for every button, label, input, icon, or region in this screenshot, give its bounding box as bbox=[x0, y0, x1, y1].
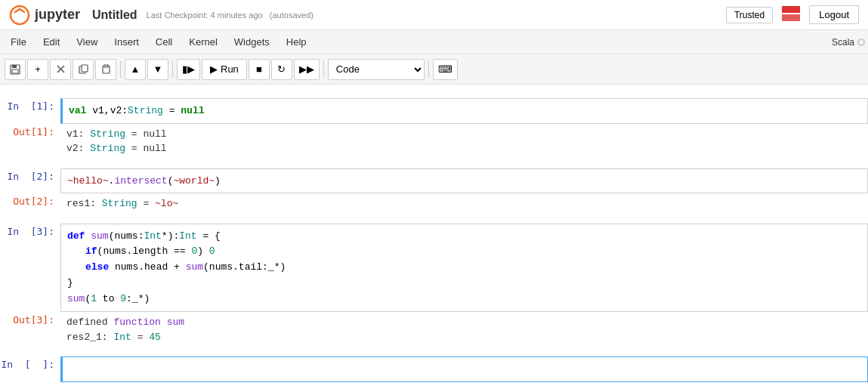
move-down-button[interactable]: ▼ bbox=[147, 59, 168, 80]
checkpoint-label: Last Checkpoint: bbox=[147, 11, 209, 20]
cell-2-out-label: Out[2]: bbox=[0, 193, 60, 207]
svg-rect-1 bbox=[782, 6, 800, 13]
cell-3-out-label: Out[3]: bbox=[0, 312, 60, 326]
separator3 bbox=[323, 61, 324, 78]
svg-rect-2 bbox=[782, 14, 800, 21]
var-v1: v1 bbox=[92, 105, 104, 116]
svg-rect-4 bbox=[12, 65, 17, 68]
fast-back-button[interactable]: ▮▶ bbox=[177, 59, 200, 80]
menubar: File Edit View Insert Cell Kernel Widget… bbox=[0, 30, 868, 54]
restart-run-button[interactable]: ▶▶ bbox=[294, 59, 320, 80]
cell-2-input-row: In [2]: ~hello~.intersect(~world~) bbox=[0, 168, 868, 194]
save-button[interactable] bbox=[5, 59, 26, 80]
fast-back-icon: ▮▶ bbox=[182, 63, 195, 75]
string-world: ~world~ bbox=[173, 175, 215, 187]
menu-cell[interactable]: Cell bbox=[148, 33, 180, 51]
jupyter-text: jupyter bbox=[35, 7, 80, 23]
cell-1-input-row: In [1]: val v1,v2:String = null bbox=[0, 98, 868, 124]
cell-3-line-1: def sum(nums:Int*):Int = { bbox=[67, 229, 861, 245]
scala-logo-icon bbox=[779, 3, 803, 27]
cell-2-in-label: In [2]: bbox=[0, 168, 60, 182]
keyboard-icon: ⌨ bbox=[438, 63, 453, 75]
cell-3-line-4: } bbox=[67, 276, 861, 292]
keyboard-shortcut-button[interactable]: ⌨ bbox=[433, 59, 458, 80]
cell-2-input[interactable]: ~hello~.intersect(~world~) bbox=[60, 168, 868, 194]
restart-icon: ↻ bbox=[277, 63, 286, 75]
menu-kernel[interactable]: Kernel bbox=[181, 33, 225, 51]
restart-button[interactable]: ↻ bbox=[271, 59, 292, 80]
cell-1: In [1]: val v1,v2:String = null Out[1]: … bbox=[0, 95, 868, 162]
svg-rect-9 bbox=[82, 65, 88, 72]
string-hello: ~hello~ bbox=[67, 175, 109, 187]
cell-2: In [2]: ~hello~.intersect(~world~) Out[2… bbox=[0, 165, 868, 218]
move-down-icon: ▼ bbox=[153, 63, 163, 75]
move-up-button[interactable]: ▲ bbox=[125, 59, 146, 80]
kw-val-1: val bbox=[69, 105, 86, 116]
run-label: Run bbox=[221, 63, 239, 75]
cell-4-in-label: In [ ]: bbox=[0, 357, 60, 370]
kernel-name: Scala bbox=[832, 37, 854, 48]
add-cell-button[interactable]: + bbox=[27, 59, 48, 80]
var-v2: v2 bbox=[110, 105, 122, 116]
paste-cell-button[interactable] bbox=[95, 59, 116, 80]
menu-widgets[interactable]: Widgets bbox=[227, 33, 277, 51]
save-icon bbox=[10, 64, 20, 75]
cell-3-out-line-1: defined function sum bbox=[66, 315, 862, 330]
cell-3-line-2: if(nums.length == 0) 0 bbox=[67, 244, 861, 260]
svg-rect-11 bbox=[104, 65, 108, 67]
run-button[interactable]: ▶ Run bbox=[202, 59, 247, 80]
cell-3-out-line-2: res2_1: Int = 45 bbox=[66, 330, 862, 345]
menu-view[interactable]: View bbox=[69, 33, 105, 51]
notebook-content: In [1]: val v1,v2:String = null Out[1]: … bbox=[0, 85, 868, 392]
cell-3-in-label: In [3]: bbox=[0, 224, 60, 237]
run-icon: ▶ bbox=[210, 63, 218, 75]
header: jupyter Untitled Last Checkpoint: 4 minu… bbox=[0, 0, 868, 30]
header-right: Trusted Logout bbox=[726, 3, 859, 27]
menu-file[interactable]: File bbox=[3, 33, 34, 51]
copy-cell-button[interactable] bbox=[73, 59, 94, 80]
separator2 bbox=[172, 61, 173, 78]
cell-1-out-line-1: v1: String = null bbox=[66, 127, 862, 142]
cell-1-output-row: Out[1]: v1: String = null v2: String = n… bbox=[0, 124, 868, 159]
kernel-status-circle bbox=[857, 39, 865, 46]
separator4 bbox=[428, 61, 429, 78]
move-up-icon: ▲ bbox=[131, 63, 141, 75]
trusted-button[interactable]: Trusted bbox=[726, 7, 773, 23]
autosaved-text: (autosaved) bbox=[270, 11, 314, 20]
cell-1-out-label: Out[1]: bbox=[0, 124, 60, 137]
menu-edit[interactable]: Edit bbox=[36, 33, 67, 51]
cell-1-input[interactable]: val v1,v2:String = null bbox=[60, 98, 868, 124]
cell-3-line-3: else nums.head + sum(nums.tail:_*) bbox=[67, 260, 861, 276]
cell-1-in-label: In [1]: bbox=[0, 98, 60, 112]
cell-1-output: v1: String = null v2: String = null bbox=[60, 124, 868, 159]
notebook-title[interactable]: Untitled bbox=[92, 8, 137, 22]
cell-3-line-5: sum(1 to 9:_*) bbox=[67, 292, 861, 307]
stop-button[interactable]: ■ bbox=[249, 59, 270, 80]
logout-button[interactable]: Logout bbox=[809, 5, 859, 24]
menu-help[interactable]: Help bbox=[279, 33, 314, 51]
cell-2-output-row: Out[2]: res1: String = ~lo~ bbox=[0, 193, 868, 215]
cut-icon bbox=[56, 64, 66, 74]
paste-icon bbox=[101, 64, 111, 74]
svg-rect-5 bbox=[12, 69, 18, 73]
kernel-info: Scala bbox=[832, 37, 865, 48]
cell-type-select[interactable]: Code Markdown Raw NBConvert Heading bbox=[328, 59, 425, 80]
menu-insert[interactable]: Insert bbox=[107, 33, 147, 51]
toolbar: + ▲ ▼ ▮▶ ▶ Run ■ ↻ ▶▶ bbox=[0, 54, 868, 85]
checkpoint-info: Last Checkpoint: 4 minutes ago (autosave… bbox=[147, 11, 314, 20]
copy-icon bbox=[79, 64, 88, 74]
jupyter-logo: jupyter bbox=[9, 5, 80, 26]
jupyter-logo-icon bbox=[9, 5, 30, 26]
cell-3-output: defined function sum res2_1: Int = 45 bbox=[60, 312, 868, 347]
add-icon: + bbox=[35, 63, 41, 75]
cell-3-output-row: Out[3]: defined function sum res2_1: Int… bbox=[0, 312, 868, 347]
cell-3-input-row: In [3]: def sum(nums:Int*):Int = { if(nu… bbox=[0, 224, 868, 313]
stop-icon: ■ bbox=[256, 63, 262, 75]
kw-null-1: null bbox=[181, 105, 204, 116]
cell-2-out-line-1: res1: String = ~lo~ bbox=[66, 196, 862, 211]
cell-3: In [3]: def sum(nums:Int*):Int = { if(nu… bbox=[0, 221, 868, 351]
cell-1-out-line-2: v2: String = null bbox=[66, 141, 862, 156]
cell-4-input[interactable] bbox=[60, 357, 868, 382]
cut-cell-button[interactable] bbox=[50, 59, 71, 80]
cell-3-input[interactable]: def sum(nums:Int*):Int = { if(nums.lengt… bbox=[60, 224, 868, 313]
